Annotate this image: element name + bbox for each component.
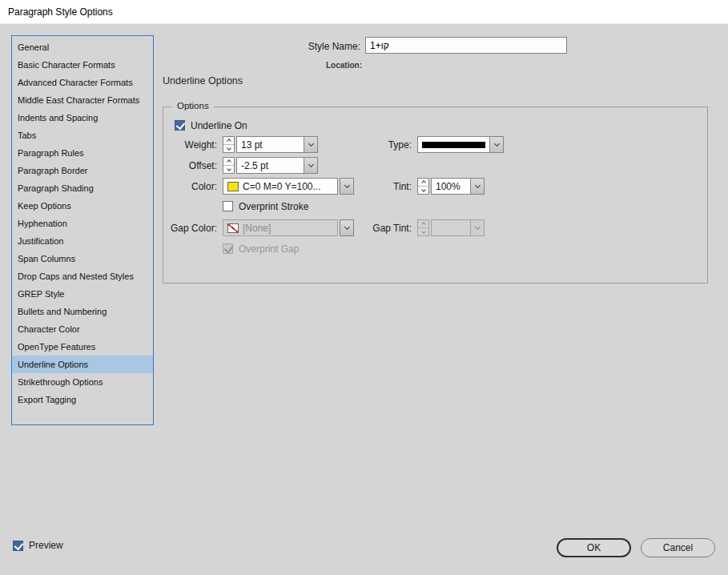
offset-stepper-down-button[interactable] <box>223 166 234 173</box>
ok-button[interactable]: OK <box>557 538 631 557</box>
sidebar-item-general[interactable]: General <box>12 38 153 56</box>
chevron-down-icon <box>227 167 231 171</box>
overprint-gap-label: Overprint Gap <box>239 243 299 255</box>
gap-tint-label: Gap Tint: <box>326 223 412 234</box>
sidebar-item-export-tagging[interactable]: Export Tagging <box>12 391 153 408</box>
gap-tint-dropdown-button <box>470 219 485 236</box>
sidebar-item-bullets-and-numbering[interactable]: Bullets and Numbering <box>12 303 153 320</box>
offset-value: -2.5 pt <box>241 160 268 171</box>
tint-stepper-down-button[interactable] <box>418 187 428 194</box>
chevron-up-icon <box>421 222 426 227</box>
color-label: Color: <box>163 181 217 192</box>
chevron-down-icon <box>308 141 313 147</box>
chevron-up-icon <box>421 180 426 185</box>
weight-label: Weight: <box>163 139 217 151</box>
overprint-gap-checkbox <box>223 243 233 254</box>
tint-value: 100% <box>436 181 461 192</box>
underline-on-label: Underline On <box>191 120 247 131</box>
weight-combobox[interactable]: 13 pt <box>236 136 304 153</box>
sidebar-item-keep-options[interactable]: Keep Options <box>12 197 153 215</box>
offset-label: Offset: <box>163 160 217 171</box>
sidebar-item-middle-east-character-formats[interactable]: Middle East Character Formats <box>12 91 153 109</box>
gap-color-combobox: [None] <box>223 219 338 236</box>
titlebar: Paragraph Style Options <box>0 0 728 24</box>
overprint-stroke-checkbox[interactable] <box>223 201 233 211</box>
offset-row: Offset: -2.5 pt <box>163 157 318 174</box>
sidebar-item-span-columns[interactable]: Span Columns <box>12 250 153 267</box>
sidebar-item-hyphenation[interactable]: Hyphenation <box>12 215 153 232</box>
tint-field: Tint: 100% <box>326 178 485 195</box>
offset-stepper-up-button[interactable] <box>223 158 234 166</box>
location-label: Location: <box>274 61 362 70</box>
cancel-button[interactable]: Cancel <box>641 538 715 557</box>
type-field: Type: <box>326 136 504 153</box>
preview-label: Preview <box>29 540 63 551</box>
sidebar-item-paragraph-shading[interactable]: Paragraph Shading <box>12 179 153 197</box>
sidebar-item-advanced-character-formats[interactable]: Advanced Character Formats <box>12 74 153 91</box>
sidebar-item-justification[interactable]: Justification <box>12 232 153 250</box>
type-dropdown-button[interactable] <box>489 136 504 153</box>
overprint-stroke-row: Overprint Stroke <box>223 198 308 215</box>
offset-dropdown-button[interactable] <box>304 157 318 174</box>
style-name-label: Style Name: <box>256 41 360 52</box>
tint-combobox[interactable]: 100% <box>431 178 471 195</box>
panel-title: Underline Options <box>163 75 243 86</box>
sidebar-item-paragraph-border[interactable]: Paragraph Border <box>12 162 153 179</box>
color-combobox[interactable]: C=0 M=0 Y=100... <box>223 178 338 195</box>
sidebar-item-character-color[interactable]: Character Color <box>12 320 153 338</box>
underline-on-checkbox[interactable] <box>175 120 185 131</box>
tint-stepper-up-button[interactable] <box>418 179 428 187</box>
chevron-down-icon <box>474 183 480 188</box>
gap-tint-stepper-up-button <box>418 220 428 228</box>
color-swatch-yellow <box>227 182 239 191</box>
window-title: Paragraph Style Options <box>8 6 113 18</box>
weight-stepper <box>223 136 235 153</box>
sidebar-item-grep-style[interactable]: GREP Style <box>12 285 153 303</box>
gap-tint-field: Gap Tint: <box>326 219 485 236</box>
chevron-up-icon <box>227 139 231 143</box>
category-list: General Basic Character Formats Advanced… <box>11 35 154 425</box>
weight-row: Weight: 13 pt Type: <box>163 136 318 153</box>
tint-dropdown-button[interactable] <box>470 178 485 195</box>
chevron-down-icon <box>493 141 499 147</box>
chevron-down-icon <box>421 187 426 192</box>
chevron-up-icon <box>227 159 231 164</box>
tint-stepper <box>417 178 429 195</box>
sidebar-item-opentype-features[interactable]: OpenType Features <box>12 338 153 356</box>
weight-stepper-down-button[interactable] <box>223 145 234 152</box>
sidebar-item-drop-caps-and-nested-styles[interactable]: Drop Caps and Nested Styles <box>12 267 153 285</box>
gap-tint-stepper-down-button <box>418 228 428 235</box>
gap-color-row: Gap Color: [None] Gap Tint: <box>163 219 354 236</box>
sidebar-item-basic-character-formats[interactable]: Basic Character Formats <box>12 56 153 74</box>
offset-stepper <box>223 157 235 174</box>
color-value: C=0 M=0 Y=100... <box>243 181 321 192</box>
color-row: Color: C=0 M=0 Y=100... Tint: 100% <box>163 178 354 195</box>
type-label: Type: <box>326 139 412 151</box>
none-color-swatch <box>227 223 239 233</box>
sidebar-item-strikethrough-options[interactable]: Strikethrough Options <box>12 373 153 391</box>
preview-row: Preview <box>13 540 63 551</box>
sidebar-item-indents-and-spacing[interactable]: Indents and Spacing <box>12 109 153 127</box>
type-combobox[interactable] <box>417 136 490 153</box>
gap-tint-combobox <box>431 219 471 236</box>
sidebar-item-underline-options[interactable]: Underline Options <box>12 356 153 373</box>
chevron-down-icon <box>308 162 313 167</box>
tint-label: Tint: <box>326 181 412 192</box>
weight-dropdown-button[interactable] <box>304 136 318 153</box>
sidebar-item-paragraph-rules[interactable]: Paragraph Rules <box>12 144 153 162</box>
underline-style-swatch <box>422 142 485 148</box>
chevron-down-icon <box>227 146 231 151</box>
chevron-down-icon <box>421 229 426 234</box>
gap-color-label: Gap Color: <box>163 223 217 234</box>
gap-color-value: [None] <box>243 223 271 234</box>
gap-tint-stepper <box>417 219 429 236</box>
sidebar-item-tabs[interactable]: Tabs <box>12 127 153 144</box>
chevron-down-icon <box>474 224 480 230</box>
style-name-input[interactable] <box>365 37 567 54</box>
weight-stepper-up-button[interactable] <box>223 137 234 145</box>
overprint-gap-row: Overprint Gap <box>223 240 299 257</box>
options-group-label: Options <box>172 101 214 111</box>
offset-combobox[interactable]: -2.5 pt <box>236 157 304 174</box>
weight-value: 13 pt <box>241 139 263 151</box>
preview-checkbox[interactable] <box>13 541 23 551</box>
